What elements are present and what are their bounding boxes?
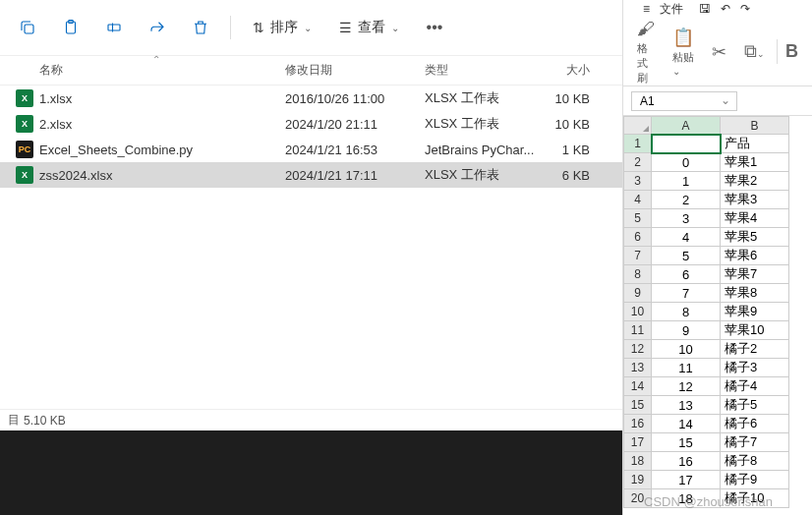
cell[interactable] — [652, 135, 721, 153]
column-header[interactable]: A — [652, 117, 721, 135]
cell[interactable]: 12 — [652, 377, 721, 396]
paste-button[interactable]: 📋 粘贴⌄ — [667, 25, 700, 79]
cell[interactable]: 2 — [652, 191, 721, 209]
copy-button[interactable]: ⧉⌄ — [738, 39, 771, 64]
copy-icon[interactable] — [10, 10, 45, 45]
row-header[interactable]: 2 — [624, 153, 652, 172]
cell[interactable]: 4 — [652, 228, 721, 247]
row-header[interactable]: 7 — [624, 247, 652, 265]
chevron-down-icon: ⌄ — [304, 23, 312, 33]
separator — [230, 16, 231, 39]
cell[interactable]: 橘子2 — [721, 340, 789, 359]
select-all-corner[interactable] — [624, 117, 652, 135]
column-header[interactable]: B — [721, 117, 789, 135]
cell[interactable]: 苹果1 — [721, 153, 789, 172]
row-header[interactable]: 4 — [624, 191, 652, 209]
cell[interactable]: 14 — [652, 415, 721, 433]
cell[interactable]: 5 — [652, 247, 721, 265]
spreadsheet[interactable]: AB1产品20苹果131苹果242苹果353苹果464苹果575苹果686苹果7… — [623, 116, 812, 515]
cell[interactable]: 17 — [652, 471, 721, 489]
cell[interactable]: 橘子4 — [721, 377, 789, 396]
row-header[interactable]: 9 — [624, 284, 652, 303]
header-size[interactable]: 大小 — [541, 62, 609, 79]
cell[interactable]: 1 — [652, 172, 721, 191]
cell[interactable]: 苹果6 — [721, 247, 789, 265]
file-menu[interactable]: 文件 — [660, 1, 683, 18]
file-row[interactable]: Xzss2024.xlsx2024/1/21 17:11XLSX 工作表6 KB — [0, 162, 622, 188]
file-type: XLSX 工作表 — [425, 115, 541, 133]
row-header[interactable]: 8 — [624, 265, 652, 284]
row-header[interactable]: 12 — [624, 340, 652, 359]
cell[interactable]: 11 — [652, 359, 721, 377]
row-header[interactable]: 14 — [624, 377, 652, 396]
cell[interactable]: 橘子9 — [721, 471, 789, 489]
file-type: JetBrains PyChar... — [425, 143, 541, 157]
cell[interactable]: 苹果3 — [721, 191, 789, 209]
cell[interactable]: 橘子7 — [721, 433, 789, 452]
redo-icon[interactable]: ↷ — [740, 2, 750, 16]
cell[interactable]: 橘子6 — [721, 415, 789, 433]
cut-button[interactable]: ✂ — [706, 39, 732, 65]
view-label: 查看 — [358, 19, 385, 36]
cell[interactable]: 橘子3 — [721, 359, 789, 377]
cell[interactable]: 8 — [652, 303, 721, 321]
column-headers: ⌃ 名称 修改日期 类型 大小 — [0, 55, 622, 86]
file-row[interactable]: X2.xlsx2024/1/20 21:11XLSX 工作表10 KB — [0, 111, 622, 137]
share-icon[interactable] — [140, 10, 175, 45]
row-header[interactable]: 5 — [624, 209, 652, 228]
sort-dropdown[interactable]: ⇅ 排序 ⌄ — [243, 10, 321, 45]
more-icon[interactable]: ••• — [417, 10, 452, 45]
paste-icon[interactable] — [53, 10, 88, 45]
row-header[interactable]: 19 — [624, 471, 652, 489]
view-dropdown[interactable]: ☰ 查看 ⌄ — [329, 10, 409, 45]
row-header[interactable]: 17 — [624, 433, 652, 452]
paste-label: 粘贴⌄ — [672, 50, 694, 77]
row-header[interactable]: 10 — [624, 303, 652, 321]
row-header[interactable]: 11 — [624, 321, 652, 340]
cell[interactable]: 苹果10 — [721, 321, 789, 340]
row-header[interactable]: 1 — [624, 135, 652, 153]
cell[interactable]: 9 — [652, 321, 721, 340]
header-name[interactable]: 名称 — [39, 62, 285, 79]
cell[interactable]: 15 — [652, 433, 721, 452]
cell[interactable]: 0 — [652, 153, 721, 172]
cell[interactable]: 16 — [652, 452, 721, 471]
cell[interactable]: 3 — [652, 209, 721, 228]
more-ribbon[interactable]: B — [777, 39, 804, 64]
file-row[interactable]: PCExcel_Sheets_Combine.py2024/1/21 16:53… — [0, 137, 622, 162]
cell[interactable]: 13 — [652, 396, 721, 415]
menu-toggle-icon[interactable]: ≡ — [643, 2, 650, 16]
delete-icon[interactable] — [183, 10, 218, 45]
cell[interactable]: 苹果9 — [721, 303, 789, 321]
cell[interactable]: 苹果2 — [721, 172, 789, 191]
row-header[interactable]: 16 — [624, 415, 652, 433]
cell[interactable]: 橘子5 — [721, 396, 789, 415]
file-row[interactable]: X1.xlsx2016/10/26 11:00XLSX 工作表10 KB — [0, 86, 622, 111]
cell[interactable]: 苹果7 — [721, 265, 789, 284]
cell[interactable]: 10 — [652, 340, 721, 359]
cell[interactable]: 苹果5 — [721, 228, 789, 247]
excel-file-icon: X — [16, 115, 33, 133]
cell[interactable]: 橘子8 — [721, 452, 789, 471]
cell[interactable]: 7 — [652, 284, 721, 303]
rename-icon[interactable] — [96, 10, 132, 45]
header-type[interactable]: 类型 — [425, 62, 541, 79]
header-date[interactable]: 修改日期 — [285, 62, 425, 79]
row-header[interactable]: 3 — [624, 172, 652, 191]
row-header[interactable]: 15 — [624, 396, 652, 415]
clipboard-icon: 📋 — [672, 27, 694, 48]
file-type: XLSX 工作表 — [425, 166, 541, 184]
format-painter-button[interactable]: 🖌 格式刷 — [631, 17, 661, 87]
name-box[interactable]: A1 — [631, 91, 737, 111]
save-icon[interactable]: 🖫 — [699, 2, 711, 16]
file-size: 10 KB — [541, 91, 609, 106]
cell[interactable]: 苹果4 — [721, 209, 789, 228]
cell[interactable]: 产品 — [721, 135, 789, 153]
row-header[interactable]: 6 — [624, 228, 652, 247]
row-header[interactable]: 18 — [624, 452, 652, 471]
cell[interactable]: 6 — [652, 265, 721, 284]
file-name: 2.xlsx — [39, 117, 285, 132]
cell[interactable]: 苹果8 — [721, 284, 789, 303]
row-header[interactable]: 13 — [624, 359, 652, 377]
undo-icon[interactable]: ↶ — [721, 2, 730, 16]
